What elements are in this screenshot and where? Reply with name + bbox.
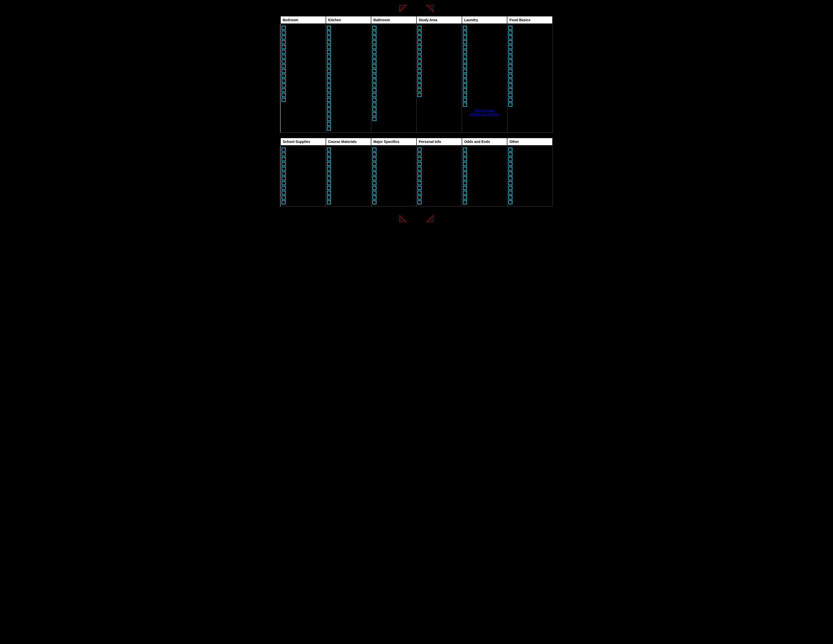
checkbox-item[interactable]: [463, 181, 506, 185]
checkbox-item[interactable]: [327, 50, 370, 54]
checkbox[interactable]: [418, 64, 421, 68]
checkbox[interactable]: [463, 152, 467, 156]
checkbox-item[interactable]: [463, 167, 506, 171]
checkbox-item[interactable]: [418, 55, 461, 59]
checkbox[interactable]: [508, 40, 512, 44]
checkbox-item[interactable]: [282, 31, 325, 35]
checkbox-item[interactable]: [327, 176, 370, 180]
checkbox[interactable]: [508, 64, 512, 68]
checkbox[interactable]: [463, 35, 467, 39]
checkbox[interactable]: [282, 167, 286, 171]
checkbox[interactable]: [372, 98, 376, 102]
checkbox[interactable]: [463, 157, 467, 161]
checkbox-item[interactable]: [418, 45, 461, 49]
checkbox[interactable]: [327, 74, 331, 78]
checkbox-item[interactable]: [282, 60, 325, 63]
checkbox-item[interactable]: [372, 186, 415, 190]
checkbox[interactable]: [372, 162, 376, 166]
checkbox-item[interactable]: [508, 200, 552, 204]
checkbox[interactable]: [463, 200, 467, 204]
checkbox[interactable]: [282, 157, 286, 161]
checkbox[interactable]: [327, 79, 331, 82]
checkbox-item[interactable]: [327, 55, 370, 59]
checkbox-item[interactable]: [508, 157, 552, 161]
checkbox[interactable]: [508, 186, 512, 190]
checkbox[interactable]: [282, 93, 286, 97]
checkbox-item[interactable]: [327, 79, 370, 82]
checkbox-item[interactable]: [282, 50, 325, 54]
checkbox[interactable]: [463, 148, 467, 151]
checkbox-item[interactable]: [282, 98, 325, 102]
checkbox-item[interactable]: [372, 45, 415, 49]
checkbox[interactable]: [418, 162, 421, 166]
checkbox[interactable]: [372, 74, 376, 78]
checkbox-item[interactable]: [282, 152, 325, 156]
checkbox[interactable]: [372, 26, 376, 30]
checkbox-item[interactable]: [282, 186, 325, 190]
checkbox-item[interactable]: [372, 181, 415, 185]
checkbox[interactable]: [282, 152, 286, 156]
checkbox[interactable]: [418, 69, 421, 73]
checkbox-item[interactable]: [463, 186, 506, 190]
checkbox-item[interactable]: [327, 103, 370, 106]
checkbox-item[interactable]: [372, 93, 415, 97]
checkbox-item[interactable]: [327, 60, 370, 63]
checkbox-item[interactable]: [372, 79, 415, 82]
checkbox[interactable]: [418, 176, 421, 180]
checkbox-item[interactable]: [463, 45, 506, 49]
checkbox-item[interactable]: [282, 167, 325, 171]
checkbox-item[interactable]: [418, 200, 461, 204]
checkbox-item[interactable]: [327, 93, 370, 97]
checkbox[interactable]: [508, 79, 512, 82]
checkbox[interactable]: [372, 64, 376, 68]
checkbox-item[interactable]: [508, 60, 552, 63]
checkbox-item[interactable]: [463, 50, 506, 54]
checkbox[interactable]: [418, 200, 421, 204]
checkbox-item[interactable]: [463, 26, 506, 30]
checkbox[interactable]: [508, 55, 512, 59]
checkbox-item[interactable]: [508, 50, 552, 54]
checkbox[interactable]: [327, 200, 331, 204]
checkbox[interactable]: [463, 83, 467, 87]
checkbox[interactable]: [327, 162, 331, 166]
checkbox[interactable]: [508, 157, 512, 161]
checkbox[interactable]: [418, 195, 421, 200]
checkbox[interactable]: [508, 195, 512, 200]
checkbox-item[interactable]: [508, 64, 552, 68]
checkbox[interactable]: [463, 74, 467, 78]
checkbox-item[interactable]: [282, 79, 325, 82]
checkbox-item[interactable]: [508, 103, 552, 106]
checkbox-item[interactable]: [508, 93, 552, 97]
checkbox[interactable]: [418, 93, 421, 97]
checkbox[interactable]: [463, 98, 467, 102]
checkbox-item[interactable]: [508, 45, 552, 49]
checkbox[interactable]: [508, 200, 512, 204]
checkbox-item[interactable]: [508, 181, 552, 185]
checkbox[interactable]: [463, 79, 467, 82]
checkbox-item[interactable]: [372, 55, 415, 59]
checkbox-item[interactable]: [418, 50, 461, 54]
checkbox-item[interactable]: [327, 127, 370, 130]
checkbox-item[interactable]: [418, 26, 461, 30]
checkbox[interactable]: [372, 117, 376, 121]
checkbox[interactable]: [372, 200, 376, 204]
checkbox-item[interactable]: [282, 157, 325, 161]
checkbox[interactable]: [463, 31, 467, 35]
checkbox-item[interactable]: [372, 83, 415, 87]
checkbox-item[interactable]: [327, 191, 370, 195]
checkbox-item[interactable]: [327, 64, 370, 68]
checkbox[interactable]: [327, 148, 331, 151]
checkbox-item[interactable]: [372, 88, 415, 92]
checkbox-item[interactable]: [282, 191, 325, 195]
checkbox-item[interactable]: [327, 167, 370, 171]
checkbox-item[interactable]: [372, 107, 415, 111]
checkbox[interactable]: [282, 83, 286, 87]
checkbox[interactable]: [327, 152, 331, 156]
checkbox-item[interactable]: [327, 117, 370, 121]
checkbox-item[interactable]: [327, 122, 370, 126]
checkbox[interactable]: [463, 45, 467, 49]
checkbox[interactable]: [418, 60, 421, 63]
checkbox[interactable]: [327, 176, 331, 180]
checkbox-item[interactable]: [327, 157, 370, 161]
checkbox-item[interactable]: [463, 162, 506, 166]
